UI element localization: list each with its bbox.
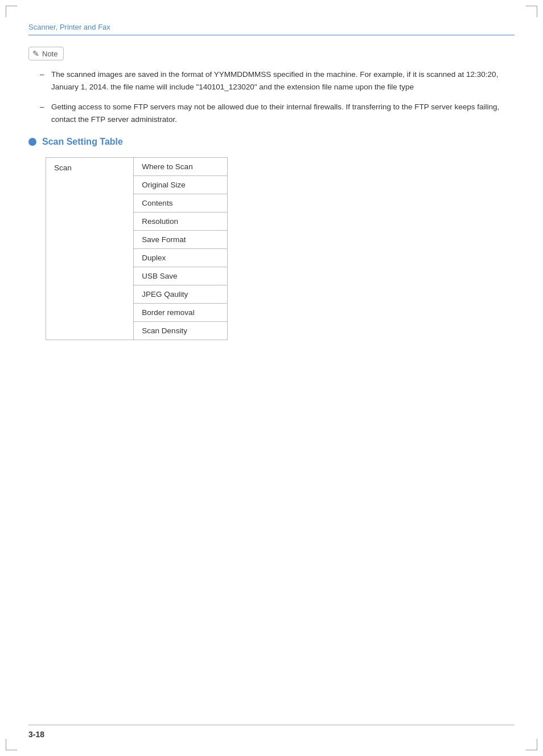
header-divider — [28, 35, 515, 35]
table-cell-scan-label: Scan — [46, 158, 134, 340]
footer-page-number: 3-18 — [28, 730, 44, 739]
note-bullet-1: The scanned images are saved in the form… — [40, 68, 515, 93]
table-row-main: Scan Where to Scan — [46, 158, 228, 176]
header-title: Scanner, Printer and Fax — [28, 23, 515, 31]
section-dot-icon — [28, 138, 36, 146]
table-cell-contents: Contents — [134, 194, 228, 213]
table-cell-jpeg-qaulity: JPEG Qaulity — [134, 285, 228, 304]
section-heading: Scan Setting Table — [28, 137, 515, 147]
page-footer: 3-18 — [28, 725, 515, 739]
note-bullet-2: Getting access to some FTP servers may n… — [40, 101, 515, 125]
table-cell-original-size: Original Size — [134, 176, 228, 194]
footer-divider — [28, 725, 515, 725]
note-list: The scanned images are saved in the form… — [40, 68, 515, 125]
page-container: Scanner, Printer and Fax ✎ Note The scan… — [0, 0, 543, 756]
table-cell-where-to-scan: Where to Scan — [134, 158, 228, 176]
page-header: Scanner, Printer and Fax — [28, 23, 515, 35]
table-cell-usb-save: USB Save — [134, 267, 228, 285]
note-box: ✎ Note — [28, 47, 64, 60]
table-cell-scan-density: Scan Density — [134, 322, 228, 340]
table-cell-resolution: Resolution — [134, 213, 228, 231]
table-cell-save-format: Save Format — [134, 231, 228, 249]
section-title: Scan Setting Table — [42, 137, 123, 147]
scan-setting-table: Scan Where to Scan Original Size Content… — [46, 157, 228, 340]
note-label: Note — [42, 50, 57, 58]
note-icon: ✎ — [32, 49, 39, 58]
table-cell-border-removal: Border removal — [134, 304, 228, 322]
table-cell-duplex: Duplex — [134, 249, 228, 267]
